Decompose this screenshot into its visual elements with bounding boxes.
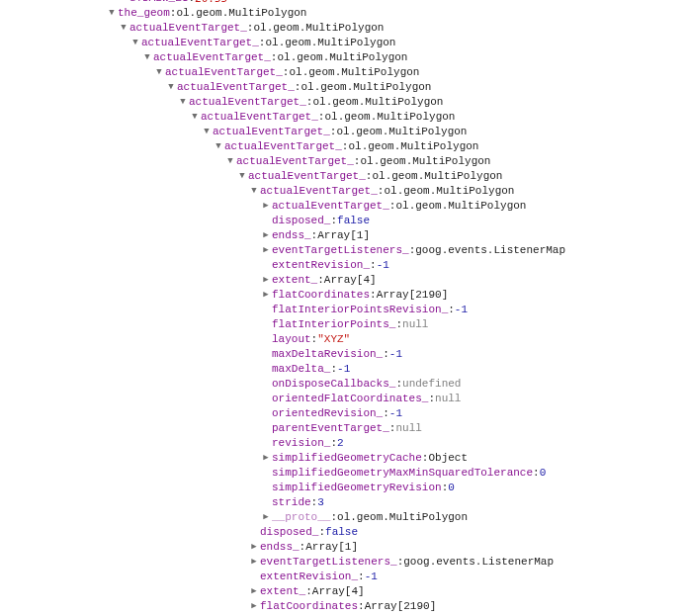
property-key: the_geom (118, 6, 170, 21)
separator: : (318, 110, 325, 125)
tree-row[interactable]: ▶actualEventTarget_: ol.geom.MultiPolygo… (0, 199, 687, 214)
property-value: ol.geom.MultiPolygon (277, 50, 407, 65)
tree-row[interactable]: ▶extent_: Array[4] (0, 273, 687, 288)
chevron-down-icon[interactable]: ▼ (178, 95, 188, 110)
tree-row[interactable]: layout: "XYZ" (0, 332, 687, 347)
tree-row[interactable]: ▼actualEventTarget_: ol.geom.MultiPolygo… (0, 184, 687, 199)
chevron-down-icon[interactable]: ▼ (249, 184, 259, 199)
property-value: goog.events.ListenerMap (415, 243, 565, 258)
tree-row[interactable]: ▼actualEventTarget_: ol.geom.MultiPolygo… (0, 169, 687, 184)
separator: : (330, 510, 337, 525)
chevron-right-icon[interactable]: ▶ (249, 540, 259, 555)
tree-row[interactable]: ▶eventTargetListeners_: goog.events.List… (0, 555, 687, 570)
separator: : (330, 214, 337, 228)
chevron-right-icon[interactable]: ▶ (261, 273, 271, 288)
chevron-down-icon[interactable]: ▼ (154, 65, 164, 80)
property-value: ol.geom.MultiPolygon (253, 21, 384, 36)
chevron-down-icon[interactable]: ▼ (202, 125, 212, 139)
property-value: -1 (337, 362, 350, 377)
property-value: ol.geom.MultiPolygon (336, 125, 467, 139)
tree-row[interactable]: ▼actualEventTarget_: ol.geom.MultiPolygo… (0, 139, 687, 154)
property-key: actualEventTarget_ (141, 36, 259, 50)
tree-row[interactable]: stride: 3 (0, 495, 687, 510)
chevron-right-icon[interactable]: ▶ (261, 243, 271, 258)
tree-row[interactable]: ▶endss_: Array[1] (0, 540, 687, 555)
chevron-right-icon[interactable]: ▶ (261, 288, 271, 303)
tree-row[interactable]: simplifiedGeometryMaxMinSquaredTolerance… (0, 466, 687, 481)
tree-row[interactable]: ▼actualEventTarget_: ol.geom.MultiPolygo… (0, 50, 687, 65)
tree-row[interactable]: disposed_: false (0, 214, 687, 228)
tree-row[interactable]: flatInteriorPoints_: null (0, 317, 687, 332)
property-value: ol.geom.MultiPolygon (372, 169, 502, 184)
property-key: orientedRevision_ (272, 406, 383, 421)
tree-row[interactable]: flatInteriorPointsRevision_: -1 (0, 303, 687, 317)
tree-row[interactable]: ▼the_geom: ol.geom.MultiPolygon (0, 6, 687, 21)
chevron-down-icon[interactable]: ▼ (214, 139, 223, 154)
tree-row[interactable]: extentRevision_: -1 (0, 258, 687, 273)
tree-row[interactable]: onDisposeCallbacks_: undefined (0, 377, 687, 392)
chevron-down-icon[interactable]: ▼ (107, 6, 117, 21)
separator: : (366, 169, 373, 184)
tree-row[interactable]: ▼actualEventTarget_: ol.geom.MultiPolygo… (0, 65, 687, 80)
chevron-right-icon[interactable]: ▶ (249, 599, 259, 614)
tree-row[interactable]: ▼actualEventTarget_: ol.geom.MultiPolygo… (0, 95, 687, 110)
chevron-down-icon[interactable]: ▼ (119, 21, 129, 36)
property-key: simplifiedGeometryMaxMinSquaredTolerance (272, 466, 533, 481)
property-key: endss_ (260, 540, 300, 555)
tree-row[interactable]: orientedFlatCoordinates_: null (0, 392, 687, 406)
tree-row[interactable]: ▼actualEventTarget_: ol.geom.MultiPolygo… (0, 36, 687, 50)
tree-row[interactable]: disposed_: false (0, 525, 687, 540)
tree-row[interactable]: extentRevision_: -1 (0, 570, 687, 584)
tree-row[interactable]: ▶endss_: Array[1] (0, 228, 687, 243)
tree-row[interactable]: parentEventTarget_: null (0, 421, 687, 436)
chevron-right-icon[interactable]: ▶ (261, 451, 271, 466)
chevron-down-icon[interactable]: ▼ (237, 169, 247, 184)
chevron-down-icon[interactable]: ▼ (225, 154, 235, 169)
tree-row[interactable]: simplifiedGeometryRevision: 0 (0, 481, 687, 495)
property-key: actualEventTarget_ (189, 95, 306, 110)
property-key: extent_ (272, 273, 317, 288)
tree-row[interactable]: ▼actualEventTarget_: ol.geom.MultiPolygo… (0, 154, 687, 169)
chevron-right-icon[interactable]: ▶ (249, 555, 259, 570)
property-key: actualEventTarget_ (177, 80, 295, 95)
tree-row[interactable]: ▶simplifiedGeometryCache: Object (0, 451, 687, 466)
tree-row[interactable]: ▼actualEventTarget_: ol.geom.MultiPolygo… (0, 125, 687, 139)
separator: : (395, 377, 402, 392)
tree-row[interactable]: ▶flatCoordinates: Array[2190] (0, 599, 687, 614)
chevron-right-icon[interactable]: ▶ (261, 510, 271, 525)
chevron-down-icon[interactable]: ▼ (130, 36, 140, 50)
tree-row[interactable]: ▶__proto__: ol.geom.MultiPolygon (0, 510, 687, 525)
separator: : (330, 125, 337, 139)
property-value: ol.geom.MultiPolygon (301, 80, 431, 95)
tree-row[interactable]: orientedRevision_: -1 (0, 406, 687, 421)
separator: : (370, 258, 377, 273)
tree-row[interactable]: ▶flatCoordinates: Array[2190] (0, 288, 687, 303)
separator: : (330, 362, 337, 377)
tree-row[interactable]: ▼actualEventTarget_: ol.geom.MultiPolygo… (0, 110, 687, 125)
tree-row[interactable]: ▼actualEventTarget_: ol.geom.MultiPolygo… (0, 80, 687, 95)
property-key: flatInteriorPointsRevision_ (272, 303, 448, 317)
property-value: 0 (448, 481, 455, 495)
chevron-right-icon[interactable]: ▶ (249, 584, 259, 599)
chevron-right-icon[interactable]: ▶ (261, 228, 271, 243)
property-value: Array[1] (305, 540, 358, 555)
property-value: ol.geom.MultiPolygon (395, 199, 526, 214)
tree-row[interactable]: revision_: 2 (0, 436, 687, 451)
property-value: ol.geom.MultiPolygon (360, 154, 490, 169)
chevron-down-icon[interactable]: ▼ (166, 80, 176, 95)
property-value: Array[2190] (365, 599, 437, 614)
property-key: actualEventTarget_ (201, 110, 318, 125)
tree-row[interactable]: maxDelta_: -1 (0, 362, 687, 377)
property-key: actualEventTarget_ (165, 65, 283, 80)
tree-row[interactable]: ▼actualEventTarget_: ol.geom.MultiPolygo… (0, 21, 687, 36)
tree-row[interactable]: maxDeltaRevision_: -1 (0, 347, 687, 362)
chevron-down-icon[interactable]: ▼ (142, 50, 152, 65)
tree-row[interactable]: ▶eventTargetListeners_: goog.events.List… (0, 243, 687, 258)
tree-row[interactable]: ▶extent_: Array[4] (0, 584, 687, 599)
chevron-down-icon[interactable]: ▼ (190, 110, 200, 125)
separator: : (318, 525, 325, 540)
property-key: actualEventTarget_ (236, 154, 354, 169)
property-key: actualEventTarget_ (272, 199, 389, 214)
chevron-right-icon[interactable]: ▶ (261, 199, 271, 214)
property-key: extentRevision_ (260, 570, 358, 584)
